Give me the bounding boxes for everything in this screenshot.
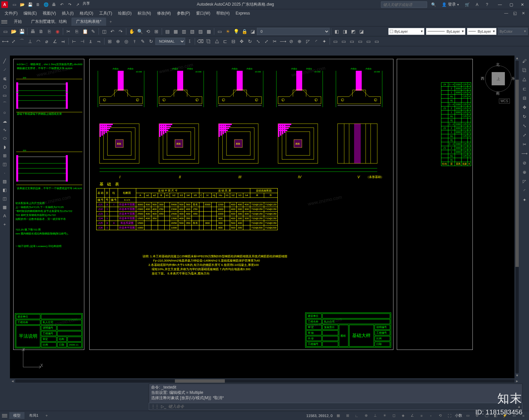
menu-tools[interactable]: 工具(T) xyxy=(97,10,115,17)
dim-dia-icon[interactable]: ⌀ xyxy=(43,37,51,45)
sb-osnap-icon[interactable]: ◻ xyxy=(390,412,397,419)
r-extend-icon[interactable]: ⟶ xyxy=(520,149,528,157)
r-array-icon[interactable]: ⊟ xyxy=(520,94,528,102)
drawing-canvas[interactable]: www.znzmo.com www.znzmo.com www.znzmo.co… xyxy=(10,56,520,384)
r-explode-icon[interactable]: ✦ xyxy=(520,196,528,204)
tb-props-icon[interactable]: ▤ xyxy=(163,27,171,35)
tb-match-icon[interactable]: ✎ xyxy=(89,27,97,35)
sb-otrack-icon[interactable]: ∠ xyxy=(409,412,416,419)
dim-arc-icon[interactable]: ⌒ xyxy=(18,37,26,45)
center-icon[interactable]: ⊕ xyxy=(114,37,122,45)
tb-layiso-icon[interactable]: ◧ xyxy=(333,27,341,35)
gradient-icon[interactable]: ◧ xyxy=(1,186,9,194)
tb-dc-icon[interactable]: ▦ xyxy=(172,27,180,35)
share-icon[interactable]: ↗ xyxy=(74,1,81,8)
cline-icon[interactable]: ⟋ xyxy=(1,65,9,73)
menu-edit[interactable]: 编辑(E) xyxy=(21,10,39,17)
sb-dyn-icon[interactable]: ⊕ xyxy=(362,412,370,419)
sb-lwt-icon[interactable]: ≡ xyxy=(418,412,425,419)
plot-icon[interactable]: 🖶 xyxy=(50,1,58,8)
tb-qcalc-icon[interactable]: ▩ xyxy=(205,27,213,35)
region-icon[interactable]: ◫ xyxy=(1,194,9,202)
break-icon[interactable]: ⊘ xyxy=(287,37,295,45)
tb-color-icon[interactable]: ◪ xyxy=(249,27,257,35)
sb-cycle-icon[interactable]: ⟲ xyxy=(436,412,444,419)
tb-layoff-icon[interactable]: ◩ xyxy=(349,27,357,35)
point-icon[interactable]: · xyxy=(1,169,9,177)
ss2-icon[interactable]: ▭ xyxy=(340,37,347,45)
doc-minimize-icon[interactable]: — xyxy=(503,10,510,17)
tb-3dprint-icon[interactable]: ◉ xyxy=(54,27,61,35)
tol-icon[interactable]: ⊞ xyxy=(106,37,114,45)
r-erase-icon[interactable]: 🖊 xyxy=(520,57,528,65)
trim-icon[interactable]: ✂ xyxy=(271,37,279,45)
r-mirror-icon[interactable]: ⧋ xyxy=(520,75,528,83)
textstyle-dropdown[interactable]: NORMAL xyxy=(155,38,185,45)
pline-icon[interactable]: ⫹ xyxy=(1,74,9,82)
open-icon[interactable]: 📂 xyxy=(19,1,26,8)
tb-orbit-icon[interactable]: ⟲ xyxy=(144,27,152,35)
maximize-icon[interactable]: ▢ xyxy=(506,1,516,8)
tb-block-icon[interactable]: ◫ xyxy=(100,27,108,35)
dim-aligned-icon[interactable]: ⤢ xyxy=(10,37,18,45)
stretch-icon[interactable]: ⤢ xyxy=(263,37,270,45)
r-copy-icon[interactable]: ⿻ xyxy=(520,66,528,74)
command-input[interactable] xyxy=(168,404,516,409)
apps-icon[interactable]: A xyxy=(473,1,481,8)
menu-file[interactable]: 文件(F) xyxy=(2,10,20,17)
tab-layout1[interactable]: 布局1 xyxy=(25,412,42,419)
menu-param[interactable]: 参数(P) xyxy=(174,10,193,17)
tb-redo2-icon[interactable]: ↷ xyxy=(117,27,125,35)
scale-icon[interactable]: ⤡ xyxy=(254,37,262,45)
polygon-icon[interactable]: ⬡ xyxy=(1,83,9,91)
viewcube-top[interactable]: 上 xyxy=(492,72,505,85)
ellipse-icon[interactable]: ⬭ xyxy=(1,134,9,142)
tb-publish-icon[interactable]: ⎘ xyxy=(45,27,53,35)
copy2-icon[interactable]: ⿻ xyxy=(205,37,213,45)
insert-icon[interactable]: ⊞ xyxy=(1,151,9,159)
extend-icon[interactable]: ⟶ xyxy=(279,37,287,45)
undo-icon[interactable]: ↶ xyxy=(58,1,65,8)
line-icon[interactable]: ╱ xyxy=(1,57,9,65)
erase-icon[interactable]: ⌫ xyxy=(196,37,204,45)
dimstyle-icon[interactable]: ⫱ xyxy=(185,37,193,45)
dim-break-icon[interactable]: ⫬ xyxy=(95,37,103,45)
tb-sun-icon[interactable]: ☀ xyxy=(224,27,232,35)
menu-window[interactable]: 窗口(W) xyxy=(193,10,213,17)
saveas-icon[interactable]: 🗎 xyxy=(34,1,42,8)
search-input[interactable] xyxy=(381,1,427,8)
move-icon[interactable]: ✥ xyxy=(238,37,246,45)
mirror-icon[interactable]: ⧋ xyxy=(213,37,221,45)
help-icon[interactable]: ? xyxy=(483,1,491,8)
tb-layer-icon[interactable]: ▭ xyxy=(216,27,224,35)
sb-qp-icon[interactable]: ▭ xyxy=(464,412,471,419)
jog-icon[interactable]: ⫯ xyxy=(131,37,139,45)
doc-close-icon[interactable]: ✕ xyxy=(520,10,527,17)
minimize-icon[interactable]: — xyxy=(495,1,505,8)
dim-cont-icon[interactable]: ⊣ xyxy=(78,37,86,45)
tb-preview-icon[interactable]: 🗎 xyxy=(37,27,45,35)
ss6-icon[interactable]: ▭ xyxy=(373,37,381,45)
tb-save-icon[interactable]: 💾 xyxy=(18,27,26,35)
share-label[interactable]: 共享 xyxy=(83,1,90,8)
revcloud-icon[interactable]: ☁ xyxy=(1,117,9,125)
lineweight-dropdown[interactable]: ByLayer▾ xyxy=(467,28,497,35)
new-icon[interactable]: ▭ xyxy=(11,1,18,8)
hatch-icon[interactable]: ▨ xyxy=(1,177,9,185)
dim-linear-icon[interactable]: ⟷ xyxy=(1,37,9,45)
tab-model[interactable]: 模型 xyxy=(9,412,24,419)
r-trim-icon[interactable]: ✂ xyxy=(520,140,528,148)
sb-trans-icon[interactable]: ▫ xyxy=(427,412,434,419)
cart-icon[interactable]: 🛒 xyxy=(464,1,471,8)
circle-icon[interactable]: ○ xyxy=(1,108,9,116)
color-dropdown[interactable]: ByLayer▾ xyxy=(388,28,425,35)
app-logo[interactable]: A xyxy=(1,1,8,8)
dim-base-icon[interactable]: ⊢ xyxy=(70,37,78,45)
menu-draw[interactable]: 绘图(D) xyxy=(115,10,134,17)
precision-label[interactable]: 小数 xyxy=(455,413,462,418)
chamfer-icon[interactable]: ◸ xyxy=(304,37,312,45)
table-icon[interactable]: ▦ xyxy=(1,203,9,211)
menu-modify[interactable]: 修改(M) xyxy=(154,10,174,17)
ss5-icon[interactable]: ▭ xyxy=(364,37,372,45)
doc-restore-icon[interactable]: ◱ xyxy=(511,10,518,17)
